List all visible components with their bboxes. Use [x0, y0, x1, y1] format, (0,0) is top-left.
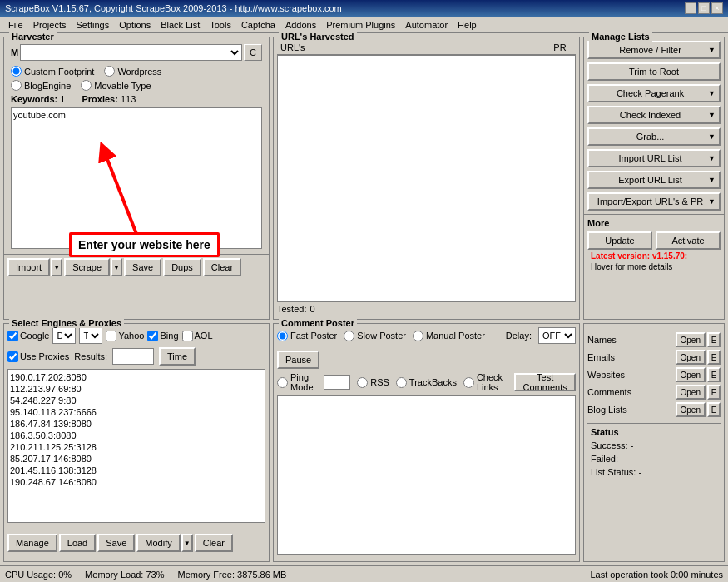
search-engine-combo[interactable] — [20, 44, 242, 61]
emails-e-button[interactable]: E — [707, 350, 721, 365]
names-e-button[interactable]: E — [707, 332, 721, 347]
aol-check[interactable]: AOL — [182, 331, 213, 341]
clear-button[interactable]: Clear — [203, 258, 241, 276]
menu-help[interactable]: Help — [453, 19, 482, 31]
radio-group-1: Custom Footprint Wordpress — [7, 64, 265, 78]
names-open-button[interactable]: Open — [676, 332, 706, 347]
delay-select[interactable]: OFF — [538, 327, 576, 344]
radio-wordpress[interactable]: Wordpress — [104, 66, 161, 77]
maximize-button[interactable]: □ — [698, 2, 710, 14]
scrape-dropdown[interactable]: ▼ — [111, 258, 122, 276]
radio-custom[interactable]: Custom Footprint — [11, 66, 94, 77]
proxy-item-10: 190.248.67.146:8080 — [10, 476, 263, 488]
websites-open-button[interactable]: Open — [676, 367, 706, 382]
modify-button[interactable]: Modify — [136, 534, 180, 552]
import-button[interactable]: Import — [7, 258, 50, 276]
scrape-btn-group: Scrape ▼ — [64, 258, 122, 276]
grab-button[interactable]: Grab... ▼ — [587, 127, 721, 146]
comments-open-button[interactable]: Open — [676, 385, 706, 400]
check-pagerank-button[interactable]: Check Pagerank ▼ — [587, 84, 721, 102]
ping-mode-radio[interactable]: Ping Mode — [277, 372, 317, 392]
use-proxies-check[interactable]: Use Proxies — [7, 351, 69, 362]
dups-button[interactable]: Dups — [163, 258, 201, 276]
google-d-select[interactable]: D — [52, 327, 76, 344]
pause-button[interactable]: Pause — [277, 351, 319, 369]
results-label: Results: — [74, 351, 107, 361]
slow-poster-radio[interactable]: Slow Poster — [344, 331, 406, 341]
clear-proxies-button[interactable]: Clear — [195, 534, 233, 552]
urls-list[interactable] — [277, 55, 576, 302]
blog-lists-e-button[interactable]: E — [707, 402, 721, 417]
update-button[interactable]: Update — [587, 231, 652, 250]
menu-addons[interactable]: Addons — [280, 19, 321, 31]
more-buttons: Update Activate — [587, 231, 721, 250]
proxy-item-1: 190.0.17.202:8080 — [10, 371, 263, 383]
proxy-item-5: 186.47.84.139:8080 — [10, 418, 263, 430]
ping-value-input[interactable]: 10 — [324, 375, 350, 390]
websites-label: Websites — [587, 370, 674, 380]
menu-premium[interactable]: Premium Plugins — [321, 19, 400, 31]
menu-blacklist[interactable]: Black List — [156, 19, 205, 31]
import-export-pr-button[interactable]: Import/Export URL's & PR ▼ — [587, 192, 721, 211]
proxies-list[interactable]: 190.0.17.202:8080 112.213.97.69:80 54.24… — [7, 369, 265, 523]
load-proxies-button[interactable]: Load — [59, 534, 96, 552]
google-t-select[interactable]: T — [79, 327, 102, 344]
scrape-button[interactable]: Scrape — [64, 258, 110, 276]
activate-button[interactable]: Activate — [656, 231, 721, 250]
check-indexed-button[interactable]: Check Indexed ▼ — [587, 106, 721, 124]
manage-inner: Remove / Filter ▼ Trim to Root Check Pag… — [584, 37, 724, 214]
blog-lists-open-button[interactable]: Open — [676, 402, 706, 417]
trim-to-root-button[interactable]: Trim to Root — [587, 62, 721, 81]
fast-poster-radio[interactable]: Fast Poster — [277, 331, 337, 341]
test-comments-button[interactable]: Test Comments — [514, 373, 576, 391]
delay-label: Delay: — [506, 331, 532, 341]
engines-panel: Select Engines & Proxies Google D T Yaho… — [3, 323, 270, 562]
use-proxies-row: Use Proxies Results: 1000 Time — [7, 347, 265, 366]
emails-row: Emails Open E — [587, 350, 721, 365]
rss-radio[interactable]: RSS — [357, 377, 389, 388]
menu-options[interactable]: Options — [114, 19, 156, 31]
manual-poster-radio[interactable]: Manual Poster — [413, 331, 485, 341]
remove-filter-button[interactable]: Remove / Filter ▼ — [587, 41, 721, 59]
window-controls: _ □ × — [685, 2, 723, 14]
keywords-textarea[interactable]: youtube.com — [11, 107, 262, 249]
c-button[interactable]: C — [244, 44, 262, 61]
menu-tools[interactable]: Tools — [205, 19, 236, 31]
google-check[interactable]: Google — [7, 331, 49, 341]
trackbacks-radio[interactable]: TrackBacks — [396, 377, 457, 388]
menu-file[interactable]: File — [3, 19, 28, 31]
menu-automator[interactable]: Automator — [400, 19, 453, 31]
memory-free: Memory Free: 3875.86 MB — [178, 570, 287, 580]
poster-options-row: Fast Poster Slow Poster Manual Poster De… — [277, 327, 576, 369]
blog-lists-label: Blog Lists — [587, 405, 674, 415]
yahoo-check[interactable]: Yahoo — [106, 331, 144, 341]
menu-projects[interactable]: Projects — [28, 19, 72, 31]
poster-textarea[interactable] — [277, 395, 576, 555]
modify-dropdown[interactable]: ▼ — [181, 534, 193, 552]
minimize-button[interactable]: _ — [685, 2, 696, 14]
harvesting-status: Tested: 0 — [277, 302, 576, 316]
close-button[interactable]: × — [711, 2, 723, 14]
results-input[interactable]: 1000 — [112, 348, 154, 365]
harvester-buttons: Import ▼ Scrape ▼ Save Dups Clear — [4, 254, 269, 280]
export-url-list-button[interactable]: Export URL List ▼ — [587, 171, 721, 189]
import-dropdown[interactable]: ▼ — [51, 258, 62, 276]
comments-e-button[interactable]: E — [707, 385, 721, 400]
emails-label: Emails — [587, 352, 674, 362]
import-url-list-button[interactable]: Import URL List ▼ — [587, 149, 721, 167]
emails-open-button[interactable]: Open — [676, 350, 706, 365]
time-button[interactable]: Time — [159, 347, 196, 366]
check-links-radio[interactable]: Check Links — [463, 372, 508, 392]
manage-proxies-button[interactable]: Manage — [7, 534, 57, 552]
websites-e-button[interactable]: E — [707, 367, 721, 382]
menu-settings[interactable]: Settings — [71, 19, 114, 31]
radio-blogengine[interactable]: BlogEngine — [11, 80, 71, 91]
save-button[interactable]: Save — [124, 258, 161, 276]
lists-panel: Names Open E Emails Open E Websites Open… — [583, 323, 725, 562]
save-proxies-button[interactable]: Save — [97, 534, 135, 552]
bing-check[interactable]: Bing — [147, 331, 178, 341]
engines-buttons: Manage Load Save Modify ▼ Clear — [4, 530, 269, 555]
top-row: Harvester M C Custom Footprint Wor — [3, 37, 725, 320]
menu-captcha[interactable]: Captcha — [236, 19, 280, 31]
radio-movable[interactable]: Movable Type — [81, 80, 151, 91]
